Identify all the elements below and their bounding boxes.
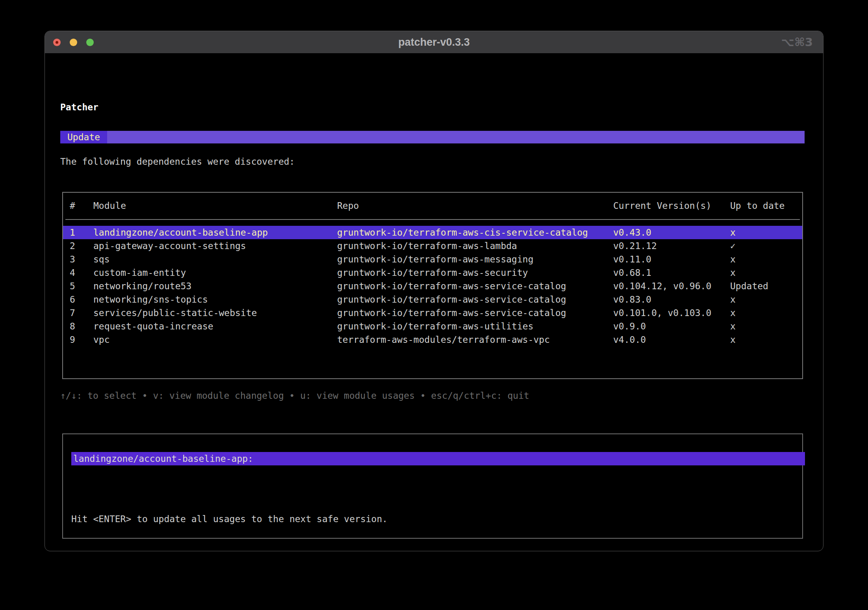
cell-module: sqs <box>93 253 337 266</box>
cell-up-to_date: x <box>730 293 802 306</box>
table-row[interactable]: 2api-gateway-account-settingsgruntwork-i… <box>63 239 802 253</box>
close-button-icon[interactable] <box>53 39 61 46</box>
window-shortcut-badge: ⌥⌘3 <box>781 31 813 53</box>
table-row[interactable]: 6networking/sns-topicsgruntwork-io/terra… <box>63 293 802 306</box>
cell-versions: v0.21.12 <box>613 239 730 253</box>
cell-repo: gruntwork-io/terraform-aws-lambda <box>337 239 613 253</box>
table-row[interactable]: 7services/public-static-websitegruntwork… <box>63 306 802 320</box>
dependency-table: # Module Repo Current Version(s) Up to d… <box>62 192 803 379</box>
tab-bar: Update <box>60 131 805 143</box>
intro-text: The following dependencies were discover… <box>60 155 295 168</box>
cell-module: landingzone/account-baseline-app <box>93 226 337 239</box>
table-row[interactable]: 1landingzone/account-baseline-appgruntwo… <box>63 226 802 239</box>
cell-versions: v0.83.0 <box>613 293 730 306</box>
window-title: patcher-v0.3.3 <box>398 36 470 48</box>
cell-versions: v0.11.0 <box>613 253 730 266</box>
table-row[interactable]: 4custom-iam-entitygruntwork-io/terraform… <box>63 266 802 279</box>
cell-num: 7 <box>70 306 93 320</box>
cell-num: 8 <box>70 320 93 333</box>
cell-versions: v0.9.0 <box>613 320 730 333</box>
table-row[interactable]: 3sqsgruntwork-io/terraform-aws-messaging… <box>63 253 802 266</box>
cell-versions: v0.104.12, v0.96.0 <box>613 279 730 293</box>
cell-up-to_date: x <box>730 306 802 320</box>
cell-module: services/public-static-website <box>93 306 337 320</box>
selected-module-bar: landingzone/account-baseline-app: <box>71 452 805 465</box>
tab-update[interactable]: Update <box>60 131 107 143</box>
cell-versions: v0.101.0, v0.103.0 <box>613 306 730 320</box>
cell-repo: terraform-aws-modules/terraform-aws-vpc <box>337 333 613 346</box>
col-header-module: Module <box>93 199 337 212</box>
cell-repo: gruntwork-io/terraform-aws-utilities <box>337 320 613 333</box>
cell-up-to_date: x <box>730 226 802 239</box>
cell-versions: v0.43.0 <box>613 226 730 239</box>
keybinding-help: ↑/↓: to select • v: view module changelo… <box>60 389 529 402</box>
cell-num: 9 <box>70 333 93 346</box>
cell-up-to_date: x <box>730 320 802 333</box>
header-separator <box>65 219 800 220</box>
cell-module: networking/sns-topics <box>93 293 337 306</box>
cell-num: 2 <box>70 239 93 253</box>
cell-versions: v0.68.1 <box>613 266 730 279</box>
table-header-row: # Module Repo Current Version(s) Up to d… <box>63 199 802 212</box>
cell-num: 1 <box>70 226 93 239</box>
cell-up-to_date: x <box>730 253 802 266</box>
cell-module: request-quota-increase <box>93 320 337 333</box>
detail-panel: landingzone/account-baseline-app: Hit <E… <box>62 433 803 539</box>
cell-repo: gruntwork-io/terraform-aws-security <box>337 266 613 279</box>
cell-up-to_date: ✓ <box>730 239 802 253</box>
app-heading: Patcher <box>60 100 98 114</box>
terminal-content: Patcher Update The following dependencie… <box>45 53 823 551</box>
cell-up-to_date: x <box>730 266 802 279</box>
table-row[interactable]: 9vpcterraform-aws-modules/terraform-aws-… <box>63 333 802 346</box>
instruction-line: Hit <ENTER> to update all usages to the … <box>71 512 513 526</box>
table-row[interactable]: 5networking/route53gruntwork-io/terrafor… <box>63 279 802 293</box>
table-row[interactable]: 8request-quota-increasegruntwork-io/terr… <box>63 320 802 333</box>
cell-repo: gruntwork-io/terraform-aws-service-catal… <box>337 293 613 306</box>
cell-repo: gruntwork-io/terraform-aws-cis-service-c… <box>337 226 613 239</box>
cell-versions: v4.0.0 <box>613 333 730 346</box>
cell-up-to_date: Updated <box>730 279 802 293</box>
zoom-button-icon[interactable] <box>86 39 94 46</box>
table-body: 1landingzone/account-baseline-appgruntwo… <box>63 226 802 346</box>
col-header-versions: Current Version(s) <box>613 199 730 212</box>
col-header-up-to-date: Up to date <box>730 199 802 212</box>
minimize-button-icon[interactable] <box>70 39 77 46</box>
cell-up-to_date: x <box>730 333 802 346</box>
terminal-window: patcher-v0.3.3 ⌥⌘3 Patcher Update The fo… <box>45 31 823 551</box>
cell-repo: gruntwork-io/terraform-aws-messaging <box>337 253 613 266</box>
window-titlebar[interactable]: patcher-v0.3.3 ⌥⌘3 <box>45 31 823 53</box>
cell-num: 4 <box>70 266 93 279</box>
cell-num: 6 <box>70 293 93 306</box>
detail-instructions: Hit <ENTER> to update all usages to the … <box>71 485 513 551</box>
cell-module: custom-iam-entity <box>93 266 337 279</box>
cell-num: 3 <box>70 253 93 266</box>
cell-module: vpc <box>93 333 337 346</box>
col-header-repo: Repo <box>337 199 613 212</box>
cell-num: 5 <box>70 279 93 293</box>
cell-repo: gruntwork-io/terraform-aws-service-catal… <box>337 306 613 320</box>
col-header-num: # <box>70 199 93 212</box>
cell-module: api-gateway-account-settings <box>93 239 337 253</box>
cell-repo: gruntwork-io/terraform-aws-service-catal… <box>337 279 613 293</box>
cell-module: networking/route53 <box>93 279 337 293</box>
traffic-lights <box>53 31 94 53</box>
